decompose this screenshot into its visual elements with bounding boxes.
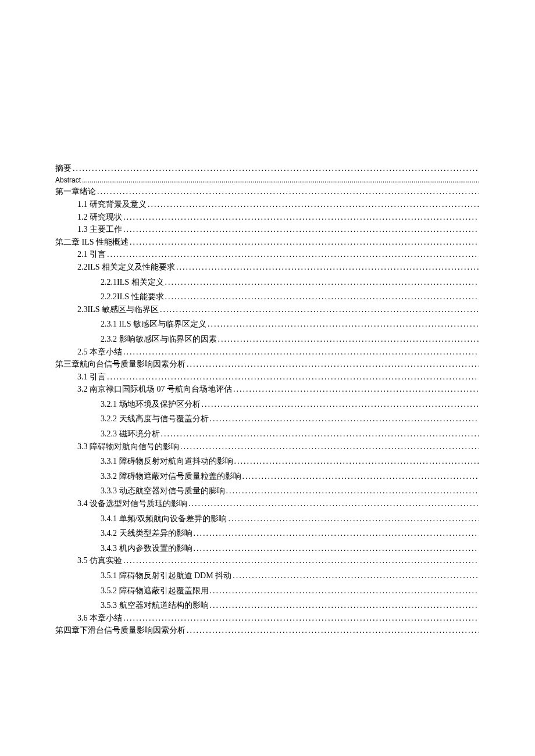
toc-leader-dots xyxy=(123,346,479,358)
toc-label: 3.5.1 障碍物反射引起航道 DDM 抖动 xyxy=(101,570,231,582)
table-of-contents: 摘要Abstract第一章绪论1.1 研究背景及意义1.2 研究现状1.3 主要… xyxy=(55,163,480,636)
toc-entry: 3.2.3 磁环境分析 xyxy=(55,428,480,440)
toc-label: 3.4 设备选型对信号质珏的影响 xyxy=(77,498,187,510)
toc-label: 2.3.2 影响敏感区与临界区的因素 xyxy=(101,334,217,345)
toc-label: 3.2.2 天线高度与信号覆盖分析 xyxy=(101,413,209,425)
toc-label: 3.6 本章小结 xyxy=(77,612,122,624)
toc-entry: 1.2 研究现状 xyxy=(55,212,480,223)
toc-label: 3.4.1 单频/双频航向设备差异的影响 xyxy=(101,513,227,525)
toc-leader-dots xyxy=(242,471,479,482)
toc-entry: 2.3.2 影响敏感区与临界区的因素 xyxy=(55,334,480,345)
toc-leader-dots xyxy=(148,199,479,210)
toc-entry: 2.2.1ILS 相关定义 xyxy=(55,277,480,288)
toc-label: 第四章下滑台信号质量影响因索分析 xyxy=(55,625,186,636)
toc-leader-dots xyxy=(194,543,479,554)
toc-leader-dots xyxy=(218,334,479,345)
toc-entry: 第四章下滑台信号质量影响因索分析 xyxy=(55,625,480,636)
toc-leader-dots xyxy=(123,555,479,567)
toc-leader-dots xyxy=(123,224,479,235)
toc-entry: 3.3.2 障碍物遮蔽对信号质量粒盖的影响 xyxy=(55,471,480,482)
toc-leader-dots xyxy=(180,441,479,453)
toc-label: Abstract xyxy=(55,175,81,185)
toc-label: 2.3ILS 敏感区与临界区 xyxy=(77,304,159,316)
toc-label: 摘要 xyxy=(55,163,72,174)
toc-entry: 3.2.1 场地环境及保护区分析 xyxy=(55,399,480,410)
toc-label: 2.2.1ILS 相关定义 xyxy=(101,277,164,288)
toc-label: 3.5.3 航空器对航道结构的影响 xyxy=(101,600,209,611)
toc-entry: 3.3.1 障碍物反射对航向道抖动的影响 xyxy=(55,456,480,467)
toc-label: 3.4.2 天线类型差异的影响 xyxy=(101,528,192,539)
toc-entry: 3.6 本章小结 xyxy=(55,612,480,624)
toc-entry: 3.4.3 机内参数设置的影响 xyxy=(55,543,480,554)
toc-label: 3.3 障碍物对航向信号的影响 xyxy=(77,441,179,453)
toc-leader-dots xyxy=(165,277,479,288)
toc-leader-dots xyxy=(210,413,479,425)
toc-label: 3.2.1 场地环境及保护区分析 xyxy=(101,399,201,410)
toc-entry: 第一章绪论 xyxy=(55,186,480,198)
toc-leader-dots xyxy=(187,625,479,636)
toc-entry: 1.3 主要工作 xyxy=(55,224,480,235)
toc-label: 2.5 本章小结 xyxy=(77,346,122,358)
toc-label: 第二章 ILS 性能概述 xyxy=(55,237,129,248)
toc-label: 2.1 引言 xyxy=(77,249,106,260)
toc-leader-dots xyxy=(73,163,479,174)
toc-leader-dots xyxy=(233,570,479,582)
toc-label: 1.1 研究背景及意义 xyxy=(77,199,147,210)
toc-leader-dots xyxy=(97,186,479,198)
toc-label: 2.2ILS 相关定义及性能要求 xyxy=(77,261,175,273)
toc-entry: 2.2.2ILS 性能要求 xyxy=(55,291,480,303)
toc-leader-dots xyxy=(233,384,479,395)
toc-entry: 3.1 引言 xyxy=(55,371,480,383)
toc-leader-dots xyxy=(161,428,479,440)
toc-label: 3.2 南京禄口国际机场 07 号航向台场地评估 xyxy=(77,384,232,395)
toc-entry: 3.5.1 障碍物反射引起航道 DDM 抖动 xyxy=(55,570,480,582)
toc-entry: 2.2ILS 相关定义及性能要求 xyxy=(55,261,480,273)
toc-leader-dots xyxy=(188,498,479,510)
toc-entry: 3.4.2 天线类型差异的影响 xyxy=(55,528,480,539)
toc-leader-dots xyxy=(176,261,479,273)
toc-label: 2.3.1 ILS 敏感区与临界区定义 xyxy=(101,318,206,330)
toc-entry: 1.1 研究背景及意义 xyxy=(55,199,480,210)
toc-label: 3.2.3 磁环境分析 xyxy=(101,428,160,440)
toc-leader-dots xyxy=(123,612,479,624)
toc-entry: 3.3 障碍物对航向信号的影响 xyxy=(55,441,480,453)
toc-entry: 3.4 设备选型对信号质珏的影响 xyxy=(55,498,480,510)
toc-leader-dots xyxy=(187,359,479,370)
toc-leader-dots xyxy=(210,585,479,597)
toc-entry: Abstract xyxy=(55,175,480,185)
toc-leader-dots xyxy=(107,249,479,260)
toc-label: 3.3.2 障碍物遮蔽对信号质量粒盖的影响 xyxy=(101,471,241,482)
toc-label: 3.3.3 动态航空器对信号质量的膨响 xyxy=(101,485,225,497)
toc-entry: 2.3.1 ILS 敏感区与临界区定义 xyxy=(55,318,480,330)
toc-label: 2.2.2ILS 性能要求 xyxy=(101,291,164,303)
toc-leader-dots xyxy=(107,371,479,383)
toc-leader-dots xyxy=(228,513,479,525)
toc-leader-dots xyxy=(210,600,479,611)
toc-label: 1.2 研究现状 xyxy=(77,212,122,223)
toc-label: 1.3 主要工作 xyxy=(77,224,122,235)
toc-entry: 3.4.1 单频/双频航向设备差异的影响 xyxy=(55,513,480,525)
toc-label: 3.1 引言 xyxy=(77,371,106,383)
toc-entry: 2.1 引言 xyxy=(55,249,480,260)
toc-label: 3.4.3 机内参数设置的影响 xyxy=(101,543,192,554)
toc-leader-dots xyxy=(226,485,479,497)
toc-entry: 3.3.3 动态航空器对信号质量的膨响 xyxy=(55,485,480,497)
toc-entry: 2.5 本章小结 xyxy=(55,346,480,358)
toc-leader-dots xyxy=(130,237,479,248)
toc-entry: 3.2.2 天线高度与信号覆盖分析 xyxy=(55,413,480,425)
toc-entry: 3.5 仿真实验 xyxy=(55,555,480,567)
toc-label: 3.3.1 障碍物反射对航向道抖动的影响 xyxy=(101,456,233,467)
toc-leader-dots xyxy=(234,456,479,467)
toc-leader-dots xyxy=(82,175,479,185)
toc-leader-dots xyxy=(194,528,479,539)
toc-entry: 摘要 xyxy=(55,163,480,174)
toc-label: 第三章航向台信号质量影响因素分析 xyxy=(55,359,186,370)
toc-leader-dots xyxy=(165,291,479,303)
toc-entry: 2.3ILS 敏感区与临界区 xyxy=(55,304,480,316)
toc-entry: 第二章 ILS 性能概述 xyxy=(55,237,480,248)
toc-entry: 3.5.3 航空器对航道结构的影响 xyxy=(55,600,480,611)
toc-leader-dots xyxy=(123,212,479,223)
toc-entry: 第三章航向台信号质量影响因素分析 xyxy=(55,359,480,370)
toc-label: 第一章绪论 xyxy=(55,186,96,198)
toc-entry: 3.2 南京禄口国际机场 07 号航向台场地评估 xyxy=(55,384,480,395)
